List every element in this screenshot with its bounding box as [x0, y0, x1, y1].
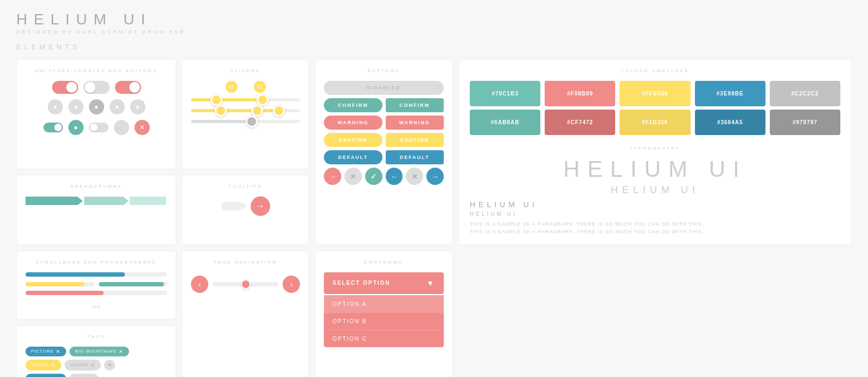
- switches-card: SWITCHES TOGGLES AND BUTTONS ● ● ● ● ● ●: [16, 59, 176, 169]
- scrollbars-title: SCROLLBARS AND PROGRESSBARS: [25, 260, 167, 265]
- app-subtitle: DESIGNED BY KARL SCHMIDT FROM TNR: [16, 29, 852, 35]
- tag-label-1: PICTURE: [31, 349, 54, 354]
- icon-buttons-row: → ✕ ✓ ← ✕ →: [324, 168, 444, 185]
- progress-bar-blue: [25, 272, 167, 277]
- tag-tammy[interactable]: TAMMY ✕: [25, 360, 61, 370]
- dropdown-select[interactable]: SELECT OPTION ▼: [324, 272, 444, 294]
- breadcrumb-item-2[interactable]: [84, 196, 129, 205]
- buttons-title: BUTTONS: [324, 68, 444, 73]
- btn-default-left[interactable]: DEFAULT: [324, 150, 382, 164]
- slider-value-1: 27: [226, 81, 238, 93]
- swatch-col-yellow: #FFE066 #F1D35F: [620, 81, 690, 135]
- tag-x-1[interactable]: ✕: [56, 349, 61, 354]
- app-title: HELIUM UI: [16, 11, 852, 28]
- tag-x-4[interactable]: ✕: [91, 362, 95, 368]
- main-grid: SWITCHES TOGGLES AND BUTTONS ● ● ● ● ● ●: [16, 59, 852, 377]
- tooltips-card: TOOLTIPS →: [182, 175, 309, 245]
- small-toggle-on[interactable]: [43, 123, 63, 132]
- tag-x-3[interactable]: ✕: [51, 362, 56, 368]
- scrollbars-card: SCROLLBARS AND PROGRESSBARS 31%: [16, 251, 176, 320]
- swatch-coral-top: #F08B89: [545, 81, 615, 106]
- btn-disabled[interactable]: DISABLED: [324, 81, 444, 95]
- page-nav-next[interactable]: ›: [283, 276, 300, 293]
- typo-h2: HELIUM UI: [470, 184, 840, 196]
- swatch-col-blue: #3E98BE #3684A5: [695, 81, 765, 135]
- breadcrumb-item-3[interactable]: [130, 196, 166, 205]
- tags-container-2: PICTURE ✕ NRR ✕: [25, 374, 167, 377]
- small-toggle-off[interactable]: [89, 123, 108, 132]
- page-navigation: ‹ ›: [191, 276, 300, 293]
- icon-btn-check[interactable]: ✓: [365, 168, 382, 185]
- tag-picture-1[interactable]: PICTURE ✕: [25, 347, 66, 356]
- tags-container: PICTURE ✕ BIG MOUNTAINS ✕ TAMMY ✕ CANON …: [25, 347, 167, 370]
- tag-canon[interactable]: CANON ✕: [65, 360, 101, 370]
- swatch-yellow-top: #FFE066: [620, 81, 690, 106]
- swatches-grid: #70C1B3 #6AB8AB #F08B89 #CF7472 #FFE066 …: [470, 81, 840, 135]
- swatch-teal-top: #70C1B3: [470, 81, 540, 106]
- circle-gray-2[interactable]: ●: [68, 99, 84, 114]
- dropdown-option-c[interactable]: OPTION C: [324, 330, 444, 347]
- switch-row-2: ● ● ● ● ●: [25, 99, 167, 114]
- btn-warning-left[interactable]: WARNING: [324, 116, 382, 130]
- tooltip-action-btn[interactable]: →: [251, 196, 270, 216]
- tag-big-mountains[interactable]: BIG MOUNTAINS ✕: [69, 347, 129, 356]
- tag-picture-2[interactable]: PICTURE ✕: [25, 374, 66, 377]
- toggle-on-coral-2[interactable]: [115, 81, 141, 94]
- btn-confirm-left[interactable]: CONFIRM: [324, 98, 382, 112]
- breadcrumb-item-1[interactable]: [25, 196, 83, 205]
- btn-confirm-right[interactable]: CONFIRM: [386, 98, 444, 112]
- icon-btn-arrow-left-blue[interactable]: ←: [386, 168, 403, 185]
- dropdown-option-b[interactable]: OPTION B: [324, 312, 444, 330]
- dropdown-card: DROPDOWN SELECT OPTION ▼ OPTION A OPTION…: [315, 251, 453, 377]
- dropdown-option-a[interactable]: OPTION A: [324, 295, 444, 312]
- circle-gray-5[interactable]: [114, 120, 129, 135]
- tag-add-btn[interactable]: +: [104, 360, 115, 370]
- breadcrumbs-card: BREADCRUMBS: [16, 175, 176, 245]
- icon-btn-arrow-right[interactable]: →: [324, 168, 341, 185]
- progress-label: 31%: [92, 305, 101, 309]
- swatch-blue-bottom: #3684A5: [695, 110, 765, 135]
- dropdown-select-label: SELECT OPTION: [333, 280, 391, 286]
- icon-btn-arrow-right-blue[interactable]: →: [426, 168, 444, 185]
- circle-gray-4[interactable]: ●: [130, 99, 145, 114]
- swatch-teal-bottom: #6AB8AB: [470, 110, 540, 135]
- dropdown-arrow-icon: ▼: [426, 279, 435, 287]
- slider-value-2: 71: [254, 81, 266, 93]
- sliders-card: SLIDERS 27 71: [182, 59, 309, 169]
- toggle-off-gray[interactable]: [84, 81, 110, 94]
- btn-row-confirm: CONFIRM CONFIRM: [324, 98, 444, 112]
- typo-h3: HELIUM UI: [470, 200, 840, 209]
- swatches-card: COLOUR SWATCHES #70C1B3 #6AB8AB #F08B89 …: [458, 59, 852, 245]
- circle-gray-3[interactable]: ●: [110, 99, 125, 114]
- icon-btn-x-gray-2[interactable]: ✕: [406, 168, 423, 185]
- page-nav-prev[interactable]: ‹: [191, 276, 208, 293]
- swatch-coral-bottom: #CF7472: [545, 110, 615, 135]
- btn-row-default: DEFAULT DEFAULT: [324, 150, 444, 164]
- circle-dark-gray[interactable]: ●: [89, 99, 104, 114]
- circle-teal[interactable]: ●: [68, 120, 84, 135]
- tag-nrr[interactable]: NRR ✕: [69, 374, 98, 377]
- typography-section: TYPORGRAPHY HELIUM UI HELIUM UI HELIUM U…: [470, 146, 840, 236]
- swatches-title: COLOUR SWATCHES: [470, 68, 840, 73]
- btn-caution-left[interactable]: CaUTION: [324, 133, 382, 147]
- btn-caution-right[interactable]: CaUTION: [386, 133, 444, 147]
- dropdown-options: OPTION A OPTION B OPTION C: [324, 295, 444, 347]
- toggle-on-coral[interactable]: [52, 81, 78, 94]
- typo-h1: HELIUM UI: [470, 156, 840, 182]
- slider-yellow-2[interactable]: [191, 109, 300, 112]
- icon-btn-x-gray[interactable]: ✕: [344, 168, 362, 185]
- switches-title: SWITCHES TOGGLES AND BUTTONS: [25, 68, 167, 73]
- slider-yellow[interactable]: [191, 98, 300, 101]
- slider-gray[interactable]: [191, 120, 300, 123]
- tag-label-3: TAMMY: [31, 362, 49, 367]
- buttons-card: BUTTONS DISABLED CONFIRM CONFIRM WARNING…: [315, 59, 453, 245]
- swatch-blue-top: #3E98BE: [695, 81, 765, 106]
- btn-warning-right[interactable]: WARNING: [386, 116, 444, 130]
- circle-gray-1[interactable]: ●: [48, 99, 63, 114]
- btn-default-right[interactable]: DEFAULT: [386, 150, 444, 164]
- tag-x-2[interactable]: ✕: [119, 349, 124, 354]
- swatch-gray-top: #C2C2C2: [770, 81, 840, 106]
- circle-coral-x[interactable]: ✕: [135, 120, 150, 135]
- switch-row-1: [25, 81, 167, 94]
- swatch-gray-bottom: #979797: [770, 110, 840, 135]
